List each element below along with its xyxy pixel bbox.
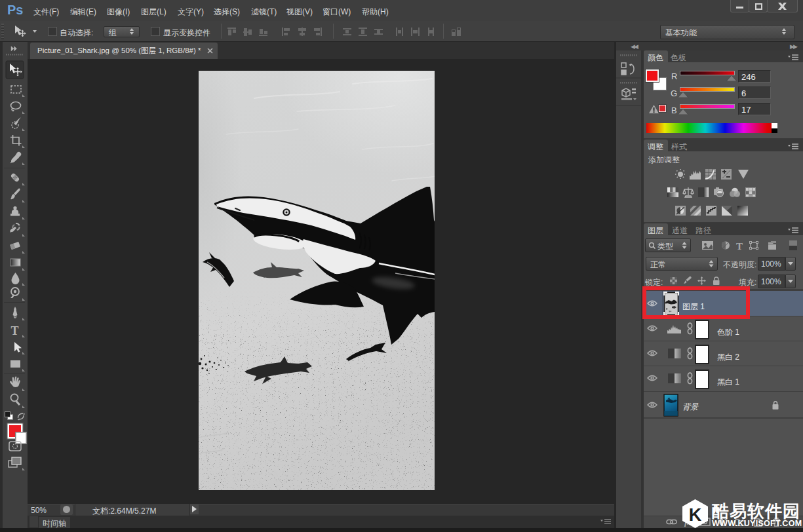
svg-text:T: T	[736, 241, 743, 252]
svg-text:K: K	[689, 505, 702, 525]
svg-text:T: T	[11, 324, 19, 337]
